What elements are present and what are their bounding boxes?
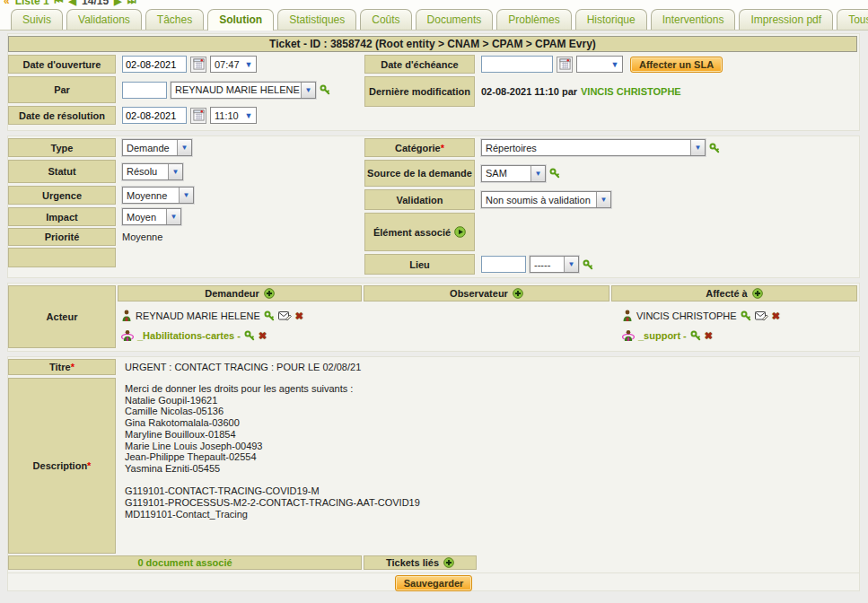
priority-label: Priorité (8, 228, 116, 246)
due-date-input[interactable] (481, 56, 553, 73)
title-value: URGENT : CONTACT TRACING : POUR LE 02/08… (118, 359, 857, 375)
pager: « Liste 1 ⏮ ◀ 14/15 ▶ ⏭ (0, 0, 868, 7)
tab-solution[interactable]: Solution (207, 9, 274, 31)
tab-documents[interactable]: Documents (416, 9, 494, 30)
tab-historique[interactable]: Historique (575, 9, 647, 30)
list-item: VINCIS CHRISTOPHE ✖ (622, 306, 857, 326)
lastmod-user-link[interactable]: VINCIS CHRISTOPHE (581, 86, 681, 97)
group-link[interactable]: _support - (638, 330, 687, 341)
group-link[interactable]: _Habilitations-cartes - (137, 330, 241, 341)
add-observer-icon[interactable] (513, 288, 523, 299)
mail-icon[interactable] (755, 310, 768, 321)
location-select[interactable]: -----▼ (530, 256, 579, 273)
resolve-date-label: Date de résolution (8, 106, 116, 125)
key-icon[interactable] (690, 330, 701, 341)
tab-impression-pdf[interactable]: Impression pdf (739, 9, 833, 30)
tab-validations[interactable]: Validations (66, 9, 142, 30)
type-select[interactable]: Demande▼ (122, 139, 192, 156)
source-select[interactable]: SAM▼ (481, 165, 546, 182)
tab-suivis[interactable]: Suivis (11, 9, 63, 30)
title-label: Titre* (8, 359, 116, 375)
linked-tickets-bar: Tickets liés (364, 555, 477, 570)
actor-section-label: Acteur (8, 285, 116, 348)
open-date-input[interactable] (122, 56, 187, 73)
chevron-down-icon: ▼ (564, 257, 578, 272)
section-content: Titre* URGENT : CONTACT TRACING : POUR L… (7, 356, 860, 573)
prev-page-icon[interactable]: ◀ (69, 0, 76, 7)
tab-couts[interactable]: Coûts (360, 9, 411, 30)
key-icon[interactable] (244, 330, 255, 341)
validation-select[interactable]: Non soumis à validation▼ (481, 191, 611, 208)
resolve-time-select[interactable]: 11:10▼ (210, 107, 257, 124)
by-filter-input[interactable] (122, 82, 167, 99)
open-date-label: Date d'ouverture (8, 55, 116, 74)
requester-list: REYNAUD MARIE HELENE ✖ _Habilitations-ca… (118, 303, 362, 348)
location-filter-input[interactable] (481, 256, 526, 273)
key-icon[interactable] (264, 310, 275, 321)
section-dates: Ticket - ID : 3858742 (Root entity > CNA… (7, 33, 860, 131)
list-item: _Habilitations-cartes - ✖ (121, 326, 362, 345)
tab-statistiques[interactable]: Statistiques (277, 9, 356, 30)
associated-documents-bar[interactable]: 0 document associé (8, 555, 362, 570)
pager-list-label[interactable]: Liste 1 (15, 0, 49, 7)
status-select[interactable]: Résolu▼ (122, 163, 183, 180)
type-label: Type (8, 138, 116, 157)
key-icon[interactable] (549, 168, 560, 179)
status-label: Statut (8, 160, 116, 183)
calendar-icon[interactable] (557, 57, 573, 73)
delete-icon[interactable]: ✖ (772, 311, 780, 321)
chevron-down-icon: ▼ (596, 192, 610, 207)
chevron-down-icon: ▼ (179, 188, 193, 203)
lastmod-text: 02-08-2021 11:10 par (481, 86, 577, 97)
list-item: _support - ✖ (622, 326, 857, 345)
tab-interventions[interactable]: Interventions (651, 9, 736, 30)
open-time-select[interactable]: 07:47▼ (210, 56, 257, 73)
observer-column-header: Observateur (364, 285, 609, 302)
urgency-select[interactable]: Moyenne▼ (122, 187, 194, 204)
mail-icon[interactable] (278, 310, 292, 321)
breadcrumb-chevrons-icon: « (4, 0, 10, 7)
by-label: Par (8, 76, 116, 103)
next-page-icon[interactable]: ▶ (114, 0, 121, 7)
calendar-icon[interactable] (190, 57, 206, 73)
last-page-icon[interactable]: ⏭ (127, 0, 136, 7)
key-icon[interactable] (320, 84, 330, 95)
empty-label-cell (8, 248, 116, 267)
tab-bar: Suivis Validations Tâches Solution Stati… (0, 7, 868, 31)
key-icon[interactable] (709, 143, 720, 153)
description-label: Description* (8, 378, 116, 554)
group-icon (622, 329, 635, 342)
validation-label: Validation (364, 189, 475, 210)
delete-icon[interactable]: ✖ (295, 311, 303, 321)
first-page-icon[interactable]: ⏮ (55, 0, 64, 7)
category-select[interactable]: Répertoires▼ (481, 139, 706, 156)
chevron-down-icon: ▼ (608, 57, 622, 72)
calendar-icon[interactable] (190, 108, 206, 124)
resolve-date-input[interactable] (122, 107, 187, 124)
assign-sla-button[interactable]: Affecter un SLA (630, 57, 723, 73)
key-icon[interactable] (583, 259, 593, 270)
ticket-header: Ticket - ID : 3858742 (Root entity > CNA… (8, 36, 857, 52)
add-assigned-icon[interactable] (752, 288, 763, 299)
by-select[interactable]: REYNAUD MARIE HELENE▼ (171, 82, 316, 99)
play-icon[interactable] (454, 226, 466, 238)
save-button[interactable]: Sauvegarder (395, 575, 473, 591)
associated-item-label: Élément associé (364, 213, 475, 251)
pager-position: 14/15 (82, 0, 109, 7)
impact-select[interactable]: Moyen▼ (122, 208, 181, 225)
delete-icon[interactable]: ✖ (705, 331, 713, 341)
impact-label: Impact (8, 207, 116, 226)
due-time-select[interactable]: ▼ (576, 56, 623, 73)
chevron-down-icon: ▼ (530, 166, 545, 181)
tab-taches[interactable]: Tâches (145, 9, 204, 30)
tab-tous[interactable]: Tous (837, 9, 868, 30)
key-icon[interactable] (741, 310, 751, 321)
actor-name: REYNAUD MARIE HELENE (136, 310, 260, 321)
add-requester-icon[interactable] (264, 288, 275, 299)
add-linked-ticket-icon[interactable] (443, 557, 454, 568)
assigned-column-header: Affecté à (611, 285, 857, 302)
due-date-label: Date d'échéance (364, 55, 475, 74)
chevron-down-icon: ▼ (690, 140, 705, 155)
delete-icon[interactable]: ✖ (259, 331, 267, 341)
tab-problemes[interactable]: Problèmes (496, 9, 571, 30)
